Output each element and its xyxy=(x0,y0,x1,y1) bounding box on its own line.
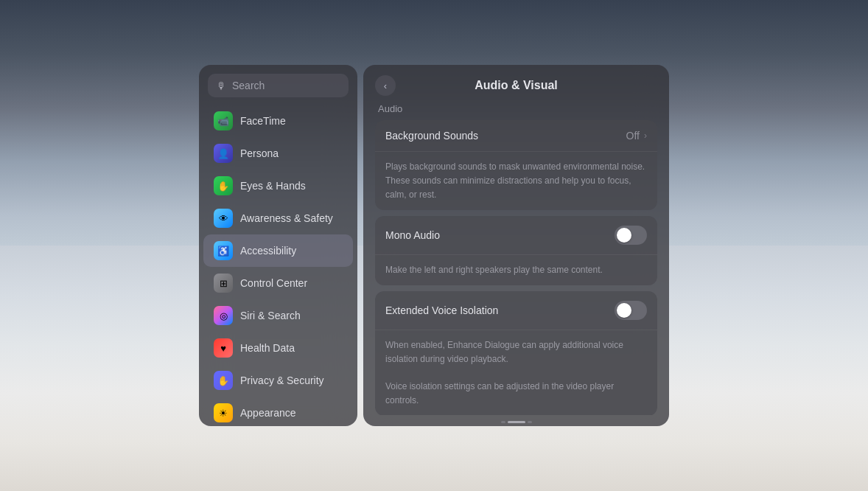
sidebar-item-label-health: Health Data xyxy=(240,342,295,354)
panel-content: Audio Background Sounds Off › Plays back… xyxy=(363,103,669,415)
ui-container: 🎙 Search 📹FaceTime👤Persona✋Eyes & Hands👁… xyxy=(0,0,868,491)
siri-icon: ◎ xyxy=(214,306,233,325)
sidebar-item-accessibility[interactable]: ♿Accessibility xyxy=(203,234,353,267)
sidebar-item-label-eyes: Eyes & Hands xyxy=(240,180,306,192)
mono-audio-row: Mono Audio xyxy=(375,216,657,255)
mono-audio-description: Make the left and right speakers play th… xyxy=(375,255,657,285)
sidebar-item-awareness[interactable]: 👁Awareness & Safety xyxy=(203,202,353,234)
voice-isolation-desc1: When enabled, Enhance Dialogue can apply… xyxy=(385,340,623,364)
back-button[interactable]: ‹ xyxy=(375,75,396,96)
background-sounds-desc-text: Plays background sounds to mask unwanted… xyxy=(385,161,645,200)
awareness-icon: 👁 xyxy=(214,209,233,228)
control-icon: ⊞ xyxy=(214,274,233,293)
panel-title: Audio & Visual xyxy=(396,79,657,92)
sidebar-items-container: 📹FaceTime👤Persona✋Eyes & Hands👁Awareness… xyxy=(199,105,357,426)
voice-isolation-description: When enabled, Enhance Dialogue can apply… xyxy=(375,330,657,415)
sidebar-item-label-persona: Persona xyxy=(240,147,279,159)
voice-isolation-card: Extended Voice Isolation When enabled, E… xyxy=(375,291,657,415)
voice-isolation-label: Extended Voice Isolation xyxy=(385,304,615,316)
sidebar-item-privacy[interactable]: ✋Privacy & Security xyxy=(203,364,353,397)
main-panel: ‹ Audio & Visual Audio Background Sounds… xyxy=(363,65,669,426)
scroll-dot-2 xyxy=(508,421,525,423)
sidebar-item-label-siri: Siri & Search xyxy=(240,310,301,321)
voice-isolation-toggle[interactable] xyxy=(615,301,647,320)
sidebar: 🎙 Search 📹FaceTime👤Persona✋Eyes & Hands👁… xyxy=(199,65,357,426)
sidebar-item-label-privacy: Privacy & Security xyxy=(240,375,324,386)
voice-isolation-toggle-knob xyxy=(617,303,631,318)
mono-audio-label: Mono Audio xyxy=(385,229,615,241)
sidebar-item-eyes[interactable]: ✋Eyes & Hands xyxy=(203,170,353,202)
appearance-icon: ☀ xyxy=(214,403,233,422)
sidebar-item-facetime[interactable]: 📹FaceTime xyxy=(203,105,353,137)
accessibility-icon: ♿ xyxy=(214,241,233,260)
panel-header: ‹ Audio & Visual xyxy=(363,65,669,103)
sidebar-item-label-awareness: Awareness & Safety xyxy=(240,212,333,224)
background-sounds-label: Background Sounds xyxy=(385,130,626,142)
voice-isolation-desc2: Voice isolation settings can be adjusted… xyxy=(385,381,614,405)
persona-icon: 👤 xyxy=(214,144,233,163)
facetime-icon: 📹 xyxy=(214,111,233,130)
mono-audio-toggle-knob xyxy=(617,228,631,243)
back-icon: ‹ xyxy=(384,80,387,91)
sidebar-item-label-appearance: Appearance xyxy=(240,407,296,419)
sidebar-item-appearance[interactable]: ☀Appearance xyxy=(203,397,353,426)
scroll-indicator xyxy=(363,415,669,426)
mono-audio-desc-text: Make the left and right speakers play th… xyxy=(385,265,603,275)
background-sounds-chevron: › xyxy=(644,130,647,141)
scroll-dot-1 xyxy=(501,421,505,423)
mono-audio-toggle[interactable] xyxy=(615,226,647,245)
sidebar-item-persona[interactable]: 👤Persona xyxy=(203,137,353,170)
search-placeholder: Search xyxy=(232,80,265,91)
search-bar[interactable]: 🎙 Search xyxy=(208,74,349,97)
background-sounds-value: Off xyxy=(626,130,640,142)
eyes-icon: ✋ xyxy=(214,176,233,195)
background-sounds-row[interactable]: Background Sounds Off › xyxy=(375,120,657,152)
background-sounds-description: Plays background sounds to mask unwanted… xyxy=(375,152,657,210)
sidebar-item-label-control: Control Center xyxy=(240,277,307,289)
sidebar-item-siri[interactable]: ◎Siri & Search xyxy=(203,299,353,332)
section-label-audio: Audio xyxy=(375,103,657,114)
mono-audio-card: Mono Audio Make the left and right speak… xyxy=(375,216,657,285)
health-icon: ♥ xyxy=(214,338,233,358)
sidebar-item-health[interactable]: ♥Health Data xyxy=(203,332,353,364)
sidebar-item-label-accessibility: Accessibility xyxy=(240,245,296,257)
background-sounds-card: Background Sounds Off › Plays background… xyxy=(375,120,657,210)
search-icon: 🎙 xyxy=(217,80,226,91)
privacy-icon: ✋ xyxy=(214,371,233,390)
voice-isolation-row: Extended Voice Isolation xyxy=(375,291,657,330)
sidebar-item-label-facetime: FaceTime xyxy=(240,115,286,127)
scroll-dot-3 xyxy=(528,421,532,423)
sidebar-item-control[interactable]: ⊞Control Center xyxy=(203,267,353,299)
